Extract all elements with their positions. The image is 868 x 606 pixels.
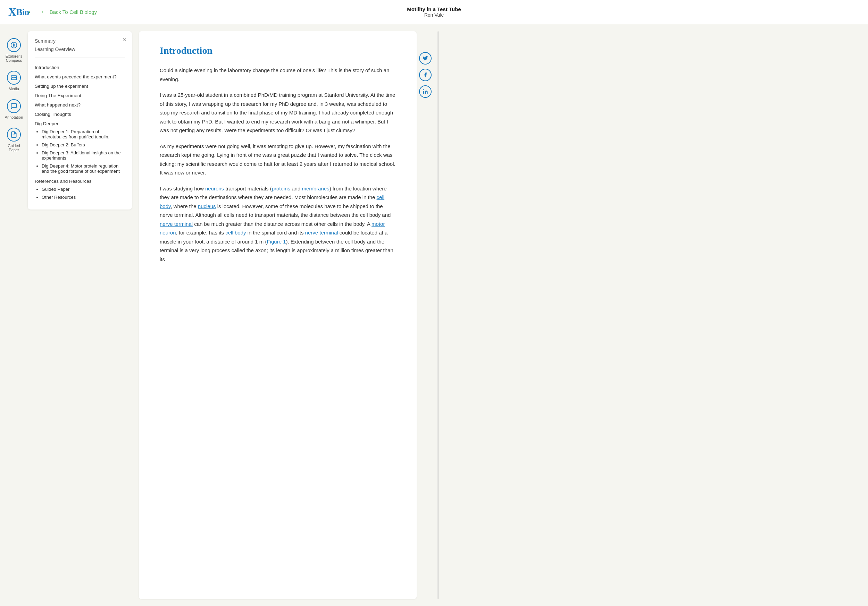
toc-nav: Introduction What events preceded the ex…	[35, 63, 124, 203]
paragraph-3: As my experiments were not going well, i…	[160, 142, 396, 177]
dig-deeper-list: Dig Deeper 1: Preparation of microtubule…	[35, 128, 124, 175]
toc-learning-label: Learning Overview	[35, 46, 125, 52]
facebook-share-button[interactable]	[419, 69, 432, 81]
social-icons	[417, 31, 434, 98]
link-nerve-terminal2[interactable]: nerve terminal	[305, 230, 338, 235]
toc-item-dig1[interactable]: Dig Deeper 1: Preparation of microtubule…	[42, 128, 124, 141]
sidebar-item-explorers-compass[interactable]: Explorer'sCompass	[6, 38, 23, 62]
toc-item-guided-paper[interactable]: Guided Paper	[42, 185, 124, 193]
guided-paper-label: GuidedPaper	[8, 144, 20, 152]
content-area: Introduction Could a single evening in t…	[139, 31, 417, 599]
link-motor-neuron[interactable]: motor neuron	[160, 221, 385, 236]
link-nucleus[interactable]: nucleus	[198, 203, 216, 209]
back-to-cell-biology-link[interactable]: ← Back To Cell Biology	[40, 8, 97, 15]
right-divider	[437, 31, 439, 599]
toc-item-other-resources[interactable]: Other Resources	[42, 193, 124, 201]
twitter-share-button[interactable]	[419, 52, 432, 65]
sidebar-item-media[interactable]: Media	[7, 71, 21, 91]
toc-item-dig4[interactable]: Dig Deeper 4: Motor protein regulation a…	[42, 162, 124, 175]
toc-summary-label: Summary	[35, 38, 125, 44]
toc-item-setting-up[interactable]: Setting up the experiment	[35, 82, 124, 91]
toc-scroll-area[interactable]: Introduction What events preceded the ex…	[35, 63, 125, 203]
link-cell-body[interactable]: cell body	[160, 194, 384, 209]
article-author: Ron Vale	[407, 12, 461, 18]
media-label: Media	[9, 87, 19, 91]
toc-item-what-events[interactable]: What events preceded the experiment?	[35, 72, 124, 82]
sidebar-icons: Explorer'sCompass Media Annotation	[0, 31, 28, 599]
guided-paper-icon	[7, 128, 21, 142]
linkedin-share-button[interactable]	[419, 85, 432, 98]
media-icon	[7, 71, 21, 85]
annotation-label: Annotation	[5, 115, 23, 119]
header: XBio● ← Back To Cell Biology Motility in…	[0, 0, 868, 24]
sidebar-item-guided-paper[interactable]: GuidedPaper	[7, 128, 21, 152]
dig-deeper-label: Dig Deeper	[35, 119, 124, 128]
toc-close-button[interactable]: ×	[122, 37, 126, 43]
toc-item-doing-experiment[interactable]: Doing The Experiment	[35, 91, 124, 100]
explorers-compass-label: Explorer'sCompass	[6, 54, 23, 62]
content-section-title: Introduction	[160, 45, 396, 56]
link-membranes[interactable]: membranes	[302, 186, 329, 192]
references-label: References and Resources	[35, 176, 124, 185]
compass-icon	[7, 38, 21, 52]
logo-dot: ●	[28, 10, 30, 14]
paragraph-1: Could a single evening in the laboratory…	[160, 66, 396, 83]
link-nerve-terminal[interactable]: nerve terminal	[160, 221, 193, 227]
link-proteins[interactable]: proteins	[272, 186, 290, 192]
annotation-icon	[7, 99, 21, 113]
paragraph-2: I was a 25-year-old student in a combine…	[160, 91, 396, 135]
link-figure1[interactable]: Figure 1	[267, 239, 286, 244]
toc-item-dig2[interactable]: Dig Deeper 2: Buffers	[42, 141, 124, 149]
toc-item-what-happened[interactable]: What happened next?	[35, 100, 124, 110]
back-arrow-icon: ←	[40, 8, 47, 15]
toc-panel: × Summary Learning Overview Introduction…	[28, 31, 132, 210]
link-neurons[interactable]: neurons	[205, 186, 224, 192]
back-label: Back To Cell Biology	[50, 9, 97, 15]
paragraph-4: I was studying how neurons transport mat…	[160, 184, 396, 264]
header-center: Motility in a Test Tube Ron Vale	[407, 6, 461, 18]
references-list: Guided Paper Other Resources	[35, 185, 124, 201]
toc-item-dig3[interactable]: Dig Deeper 3: Additional insights on the…	[42, 149, 124, 162]
svg-marker-2	[13, 46, 14, 47]
svg-rect-7	[423, 91, 424, 94]
toc-divider	[35, 57, 125, 58]
link-cell-body2[interactable]: cell body	[225, 230, 246, 235]
logo-bio: Bio	[16, 6, 29, 18]
logo-x: X	[8, 6, 16, 19]
right-panel	[417, 31, 439, 599]
svg-marker-1	[13, 43, 14, 45]
svg-point-8	[423, 89, 424, 90]
article-title: Motility in a Test Tube	[407, 6, 461, 12]
svg-point-3	[14, 45, 15, 46]
toc-item-closing-thoughts[interactable]: Closing Thoughts	[35, 110, 124, 119]
content-body: Could a single evening in the laboratory…	[160, 66, 396, 264]
logo[interactable]: XBio●	[8, 6, 30, 19]
sidebar-item-annotation[interactable]: Annotation	[5, 99, 23, 119]
main-layout: Explorer'sCompass Media Annotation	[0, 24, 868, 606]
toc-item-introduction[interactable]: Introduction	[35, 63, 124, 72]
